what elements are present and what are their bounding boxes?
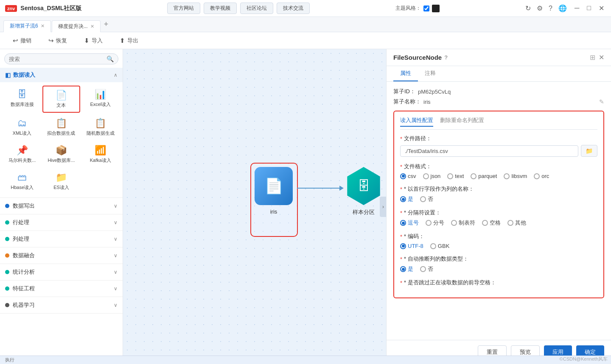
- edit-name-icon[interactable]: ✎: [599, 98, 604, 105]
- sep-other-radio[interactable]: [507, 220, 513, 226]
- sep-space-radio[interactable]: [482, 220, 488, 226]
- sidebar-item-db-connect[interactable]: 🗄 数据库连接: [3, 86, 41, 113]
- sep-comma-radio[interactable]: [400, 220, 406, 226]
- tab-new-flow[interactable]: 新增算子流6 ✕: [3, 20, 51, 32]
- infer-no[interactable]: 否: [420, 265, 433, 273]
- search-bar[interactable]: 🔍: [4, 53, 118, 64]
- infer-no-label: 否: [428, 265, 433, 273]
- sidebar-section-data-fusion-header[interactable]: 数据融合 ∨: [0, 247, 123, 264]
- sidebar-section-data-output-header[interactable]: 数据写出 ∨: [0, 198, 123, 214]
- panel-header-actions: ⊞ ✕: [590, 53, 604, 61]
- config-tab-rename[interactable]: 删除重命名列配置: [440, 117, 484, 127]
- minimize-button[interactable]: ─: [573, 4, 581, 12]
- undo-button[interactable]: ↩ 撤销: [8, 35, 36, 46]
- maximize-button[interactable]: □: [585, 4, 593, 12]
- iris-node-label: iris: [270, 208, 277, 215]
- sep-semicolon[interactable]: 分号: [426, 219, 444, 227]
- enc-gbk-radio[interactable]: [430, 243, 436, 249]
- file-path-input[interactable]: [400, 145, 578, 157]
- globe-icon[interactable]: 🌐: [558, 4, 567, 12]
- flow-node-iris[interactable]: 📄 iris: [255, 167, 293, 215]
- sep-semicolon-radio[interactable]: [426, 220, 432, 226]
- infer-no-radio[interactable]: [420, 266, 426, 272]
- format-json[interactable]: json: [423, 173, 441, 179]
- panel-resize-icon[interactable]: ⊞: [590, 53, 595, 61]
- sep-tab-radio[interactable]: [451, 220, 457, 226]
- format-text[interactable]: text: [447, 173, 464, 179]
- sidebar-item-text[interactable]: 📄 文本: [42, 86, 80, 113]
- sidebar-section-data-input-header[interactable]: ◧ 数据读入 ∧: [0, 68, 123, 82]
- panel-tab-notes[interactable]: 注释: [418, 66, 443, 81]
- format-parquet-radio[interactable]: [471, 173, 476, 179]
- panel-tab-properties[interactable]: 属性: [393, 66, 418, 81]
- collapse-panel-btn[interactable]: ›: [380, 197, 386, 217]
- config-tabs: 读入属性配置 删除重命名列配置: [400, 117, 597, 130]
- header-no[interactable]: 否: [420, 195, 433, 203]
- sidebar-item-markov[interactable]: 📌 马尔科夫数...: [3, 142, 41, 167]
- header-yes[interactable]: 是: [400, 195, 413, 203]
- format-text-radio[interactable]: [447, 173, 453, 179]
- sidebar-item-excel[interactable]: 📊 Excel读入: [82, 86, 119, 113]
- theme-dark-square[interactable]: [432, 5, 440, 12]
- close-button[interactable]: ✕: [597, 4, 606, 12]
- refresh-icon[interactable]: ↻: [525, 4, 531, 12]
- sidebar-section-feature-header[interactable]: 特征工程 ∨: [0, 281, 123, 297]
- format-csv[interactable]: csv: [400, 173, 416, 179]
- help-icon[interactable]: ?: [549, 5, 552, 12]
- sep-other[interactable]: 其他: [507, 219, 526, 227]
- infer-yes[interactable]: 是: [400, 265, 413, 273]
- nav-tech-exchange[interactable]: 技术交流: [277, 3, 310, 14]
- sidebar-item-fitted-data[interactable]: 📋 拟合数据生成: [42, 114, 80, 140]
- sidebar-item-random-data[interactable]: 📋 随机数据生成: [82, 114, 119, 140]
- nav-community[interactable]: 社区论坛: [240, 3, 273, 14]
- header-no-radio[interactable]: [420, 196, 426, 202]
- format-json-radio[interactable]: [423, 173, 429, 179]
- flow-node-sample[interactable]: 🗄 样本分区: [345, 167, 383, 216]
- import-button[interactable]: ⬇ 导入: [80, 35, 107, 46]
- sidebar-item-xml[interactable]: 🗂 XML读入: [3, 114, 41, 140]
- enc-gbk[interactable]: GBK: [430, 243, 449, 249]
- format-orc-radio[interactable]: [534, 173, 540, 179]
- sidebar-section-stat-header[interactable]: 统计分析 ∨: [0, 264, 123, 281]
- tab-gradient-close[interactable]: ✕: [90, 24, 94, 29]
- enc-utf8[interactable]: UTF-8: [400, 243, 423, 249]
- sidebar-section-col-proc-header[interactable]: 列处理 ∨: [0, 231, 123, 247]
- sidebar-item-hbase[interactable]: 🗃 Hbase读入: [3, 169, 41, 194]
- tab-new-flow-close[interactable]: ✕: [41, 23, 45, 29]
- sidebar-item-es[interactable]: 📁 ES读入: [42, 169, 80, 194]
- col-proc-label: 列处理: [13, 235, 29, 243]
- export-label: 导出: [127, 37, 138, 44]
- tab-gradient[interactable]: 梯度提升决... ✕: [52, 20, 101, 32]
- nav-tutorial-video[interactable]: 教学视频: [204, 3, 237, 14]
- canvas-area[interactable]: 📄 iris 🗄 样本分区 ⚛ 类型... ›: [123, 49, 386, 364]
- nav-official-site[interactable]: 官方网站: [167, 3, 200, 14]
- tab-add-button[interactable]: +: [101, 20, 111, 29]
- infer-yes-radio[interactable]: [400, 266, 406, 272]
- sep-comma[interactable]: 逗号: [400, 219, 419, 227]
- format-csv-radio[interactable]: [400, 173, 406, 179]
- browse-button[interactable]: 📁: [581, 145, 597, 157]
- sep-tab[interactable]: 制表符: [451, 219, 475, 227]
- format-orc[interactable]: orc: [534, 173, 549, 179]
- share-icon[interactable]: ⚙: [537, 4, 543, 12]
- fitted-data-label: 拟合数据生成: [47, 130, 75, 136]
- sep-space[interactable]: 空格: [482, 219, 501, 227]
- format-libsvm[interactable]: libsvm: [504, 173, 527, 179]
- panel-help-icon[interactable]: ?: [444, 54, 448, 61]
- format-parquet[interactable]: parquet: [471, 173, 497, 179]
- export-button[interactable]: ⬆ 导出: [115, 35, 143, 46]
- search-input[interactable]: [9, 56, 107, 62]
- panel-close-button[interactable]: ✕: [599, 53, 604, 61]
- enc-utf8-radio[interactable]: [400, 243, 406, 249]
- theme-checkbox[interactable]: [423, 6, 429, 11]
- redo-button[interactable]: ↪ 恢复: [44, 35, 71, 46]
- sidebar-section-ml-header[interactable]: 机器学习 ∨: [0, 297, 123, 314]
- sidebar-item-hive[interactable]: 📦 Hive数据库...: [42, 142, 80, 167]
- form-row-file-format: * 文件格式： csv json: [400, 163, 597, 179]
- sidebar-item-kafka[interactable]: 📶 Kafka读入: [82, 142, 119, 167]
- first-row-label-text: * 以首行字段作为列的名称：: [404, 185, 474, 193]
- header-yes-radio[interactable]: [400, 196, 406, 202]
- format-libsvm-radio[interactable]: [504, 173, 510, 179]
- sidebar-section-row-proc-header[interactable]: 行处理 ∨: [0, 214, 123, 231]
- config-tab-read[interactable]: 读入属性配置: [400, 117, 433, 127]
